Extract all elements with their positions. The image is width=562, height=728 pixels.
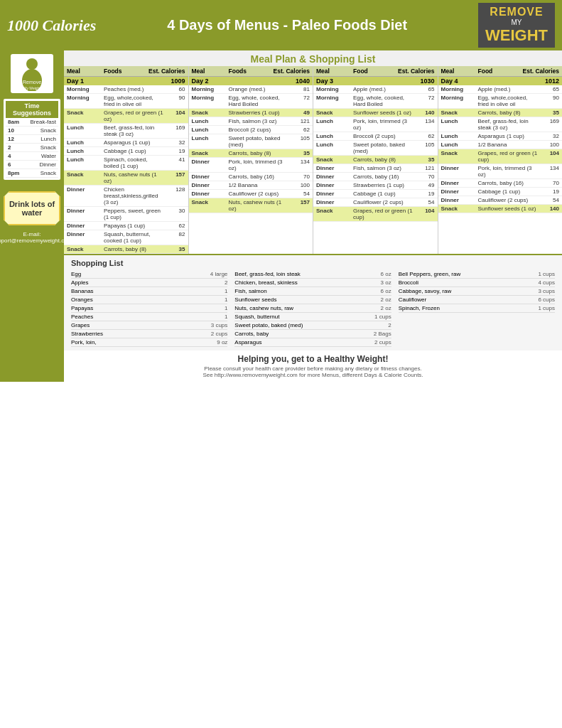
shop-item-name: Nuts, cashew nuts, raw (234, 305, 355, 311)
meal-type: Morning (441, 86, 478, 92)
meal-food: Carrots, baby (8) (353, 156, 414, 163)
shop-item-qty: 6 oz (356, 271, 391, 277)
meal-type: Dinner (316, 173, 353, 180)
day-column: MealFoodEst. CaloriesDay 41012MorningApp… (438, 66, 563, 254)
meal-calories: 169 (164, 124, 185, 131)
meal-plan-title: Meal Plan & Shopping List (64, 50, 562, 66)
svg-text:Remove: Remove (23, 80, 41, 85)
sidebar: Remove My Weight TimeSuggestions 8amBrea… (0, 50, 64, 382)
meal-type: Dinner (67, 186, 104, 193)
col-header-cal: Est. Calories (513, 68, 559, 75)
meal-type: Snack (441, 150, 478, 156)
meal-type: Snack (67, 109, 104, 116)
meal-food: Carrots, baby (16) (229, 173, 289, 180)
meal-label: Lunch (40, 136, 56, 142)
meal-row: LunchSweet potato, baked (med)105 (189, 134, 313, 149)
logo-weight: WEIGHT (485, 26, 548, 45)
time-suggestions-header: TimeSuggestions (6, 101, 58, 118)
meal-type: Dinner (316, 199, 353, 205)
column-header: MealFoodEst. Calories (313, 66, 438, 77)
meal-food: Nuts, cashew nuts (1 oz) (104, 171, 164, 184)
shopping-grid: Egg4 largeApples2Bananas1Oranges1Papayas… (71, 270, 555, 347)
shop-item-name: Sunflower seeds (234, 296, 355, 303)
meal-calories: 157 (288, 199, 310, 205)
meal-calories: 62 (288, 127, 310, 133)
meal-row: LunchBeef, grass-fed, loin steak (3 oz)1… (438, 117, 563, 132)
meal-type: Dinner (316, 191, 353, 197)
time-row: 10Snack (6, 127, 58, 135)
meal-row: DinnerPapayas (1 cup)62 (64, 222, 188, 230)
meal-calories: 60 (164, 86, 185, 92)
shop-item-qty: 4 large (192, 271, 227, 277)
meal-row: SnackSunflower seeds (1 oz)140 (438, 205, 563, 213)
col-header-cal: Est. Calories (389, 68, 435, 75)
time-row: 8amBreak-fast (6, 118, 58, 127)
meal-row: DinnerCauliflower (2 cups)54 (313, 198, 438, 207)
meal-food: Apple (med.) (478, 86, 539, 92)
meal-type: Snack (316, 208, 353, 214)
meal-row: SnackGrapes, red or green (1 cup)104 (313, 207, 438, 222)
meal-type: Lunch (192, 127, 229, 133)
col-header-cal: Est. Calories (264, 68, 310, 75)
meal-calories: 100 (538, 141, 559, 148)
meal-type: Snack (316, 109, 353, 116)
days-grid: MealFoodsEst. CaloriesDay 11009MorningPe… (64, 66, 562, 254)
meal-type: Snack (192, 199, 229, 205)
meal-type: Lunch (316, 133, 353, 139)
meal-calories: 62 (164, 223, 185, 229)
meal-label: Break-fast (31, 119, 56, 125)
meal-food: Strawberries (1 cup) (229, 109, 289, 116)
column-header: MealFoodEst. Calories (438, 66, 563, 77)
meal-row: LunchCabbage (1 cup)19 (64, 147, 188, 156)
meal-calories: 30 (164, 208, 185, 214)
shopping-row: Bananas1 (71, 287, 227, 296)
meal-calories: 121 (288, 118, 310, 124)
meal-type: Dinner (316, 165, 353, 171)
meal-type: Dinner (192, 182, 229, 188)
meal-food: Grapes, red or green (1 cup) (353, 208, 414, 220)
shop-item-name: Carrots, baby (234, 331, 355, 337)
col-header-food: Foods (229, 68, 264, 75)
email-address: support@removemyweight.com (0, 237, 72, 244)
time-value: 8am (8, 119, 19, 125)
meal-food: Cauliflower (2 cups) (353, 199, 414, 205)
day-label: Day 3 (316, 77, 333, 85)
day-label: Day 2 (192, 77, 209, 85)
shopping-row: Grapes3 cups (71, 321, 227, 330)
meal-food: Nuts, cashew nuts (1 oz) (229, 199, 289, 212)
meal-calories: 19 (414, 191, 435, 197)
shop-item-qty: 2 Bags (356, 331, 391, 337)
meal-calories: 54 (414, 199, 435, 205)
meal-calories: 35 (288, 150, 310, 156)
email-info: E-mail: support@removemyweight.com (0, 231, 72, 244)
meal-calories: 35 (414, 156, 435, 163)
shop-item-qty: 1 (192, 305, 227, 311)
meal-row: DinnerPeppers, sweet, green (1 cup)30 (64, 207, 188, 222)
column-header: MealFoodsEst. Calories (189, 66, 313, 77)
time-value: 4 (8, 153, 11, 159)
meal-type: Dinner (67, 231, 104, 237)
shopping-row: Oranges1 (71, 296, 227, 304)
sidebar-logo: Remove My Weight (11, 54, 53, 93)
meal-type: Dinner (316, 182, 353, 188)
meal-food: Carrots, baby (8) (229, 150, 289, 156)
meal-food: Carrots, baby (8) (478, 109, 539, 116)
meal-type: Morning (192, 95, 229, 101)
meal-type: Morning (67, 86, 104, 92)
shop-item-qty: 2 oz (356, 296, 391, 303)
meal-row: DinnerSquash, butternut, cooked (1 cup)8… (64, 230, 188, 245)
meal-calories: 169 (538, 118, 559, 124)
shopping-col: Egg4 largeApples2Bananas1Oranges1Papayas… (71, 270, 227, 347)
meal-row: SnackCarrots, baby (8)35 (438, 109, 563, 117)
meal-type: Lunch (67, 139, 104, 146)
shop-item-qty: 3 cups (519, 288, 555, 294)
meal-calories: 134 (538, 165, 559, 171)
meal-row: LunchPork, loin, trimmed (3 oz)134 (313, 117, 438, 132)
meal-type: Morning (441, 95, 478, 101)
meal-row: DinnerFish, salmon (3 oz)121 (313, 164, 438, 173)
day-total: 1009 (171, 77, 185, 85)
meal-calories: 100 (288, 182, 310, 188)
meal-food: Cabbage (1 cup) (478, 188, 539, 195)
meal-food: Cabbage (1 cup) (353, 191, 414, 197)
time-value: 12 (8, 136, 14, 142)
